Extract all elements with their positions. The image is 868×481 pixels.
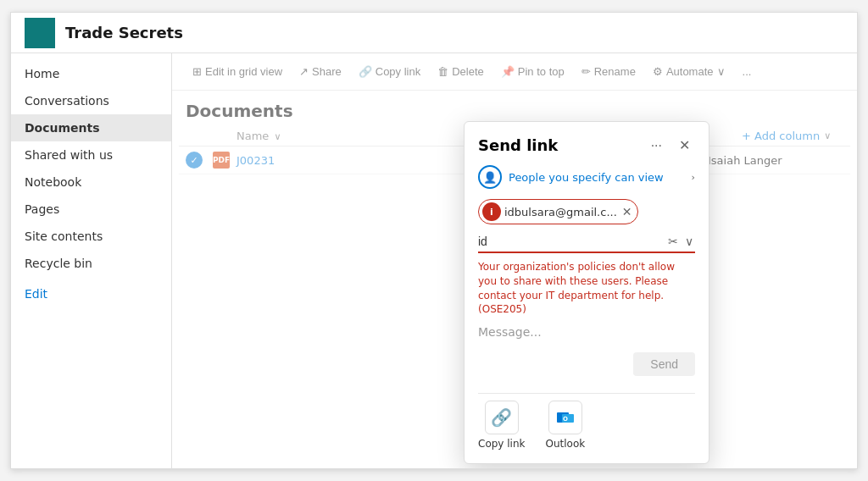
copy-link-label: Copy link — [478, 438, 525, 450]
sidebar-item-recycle-bin[interactable]: Recycle bin — [11, 250, 171, 277]
people-label: People you specify can view — [509, 171, 685, 184]
svg-text:O: O — [563, 416, 568, 423]
app-title: Trade Secrets — [65, 24, 183, 41]
sidebar-item-documents[interactable]: Documents — [11, 114, 171, 141]
recipient-chip: i idbulsara@gmail.c... ✕ — [478, 199, 638, 224]
modal-header-actions: ··· ✕ — [646, 135, 695, 155]
sidebar-item-pages[interactable]: Pages — [11, 196, 171, 223]
sidebar-item-conversations[interactable]: Conversations — [11, 87, 171, 114]
modal-close-button[interactable]: ✕ — [674, 135, 695, 155]
outlook-label: Outlook — [545, 438, 585, 450]
sidebar: Home Conversations Documents Shared with… — [11, 53, 172, 468]
scissors-icon-button[interactable]: ✂ — [666, 233, 680, 250]
modal-bottom-actions: 🔗 Copy link O Outlook — [478, 393, 695, 450]
sidebar-item-shared-with-us[interactable]: Shared with us — [11, 141, 171, 169]
input-chevron-button[interactable]: ∨ — [683, 233, 695, 250]
recipient-remove-button[interactable]: ✕ — [622, 205, 632, 218]
app-frame: Trade Secrets Home Conversations Documen… — [10, 12, 858, 469]
sidebar-item-site-contents[interactable]: Site contents — [11, 223, 171, 250]
error-message: Your organization's policies don't allow… — [478, 260, 695, 317]
recipient-avatar: i — [482, 202, 501, 221]
sidebar-item-home[interactable]: Home — [11, 60, 171, 87]
app-header: Trade Secrets — [11, 13, 857, 53]
sidebar-item-notebook[interactable]: Notebook — [11, 169, 171, 196]
people-chevron-icon: › — [692, 172, 695, 183]
search-input[interactable] — [478, 235, 666, 248]
message-input-placeholder[interactable]: Message... — [478, 325, 695, 339]
people-can-view-row[interactable]: 👤 People you specify can view › — [478, 165, 695, 189]
app-logo — [25, 18, 55, 48]
search-input-row: ✂ ∨ — [478, 233, 695, 253]
recipient-email: idbulsara@gmail.c... — [504, 206, 617, 218]
copy-link-icon: 🔗 — [485, 401, 519, 434]
app-body: Home Conversations Documents Shared with… — [11, 53, 857, 468]
input-actions: ✂ ∨ — [666, 233, 695, 250]
people-icon: 👤 — [478, 165, 502, 189]
outlook-icon: O — [548, 401, 582, 434]
modal-body: 👤 People you specify can view › i idbuls… — [465, 162, 709, 463]
modal-title: Send link — [478, 136, 558, 154]
copy-link-action[interactable]: 🔗 Copy link — [478, 401, 525, 450]
modal-more-button[interactable]: ··· — [646, 136, 667, 155]
send-button-container: Send — [478, 352, 695, 376]
send-button[interactable]: Send — [633, 352, 695, 376]
modal-header: Send link ··· ✕ — [465, 122, 709, 162]
send-link-modal: Send link ··· ✕ 👤 People you specify can… — [464, 121, 709, 464]
outlook-action[interactable]: O Outlook — [545, 401, 585, 450]
sidebar-item-edit[interactable]: Edit — [11, 280, 171, 307]
main-content: ⊞ Edit in grid view ↗ Share 🔗 Copy link … — [172, 53, 857, 468]
